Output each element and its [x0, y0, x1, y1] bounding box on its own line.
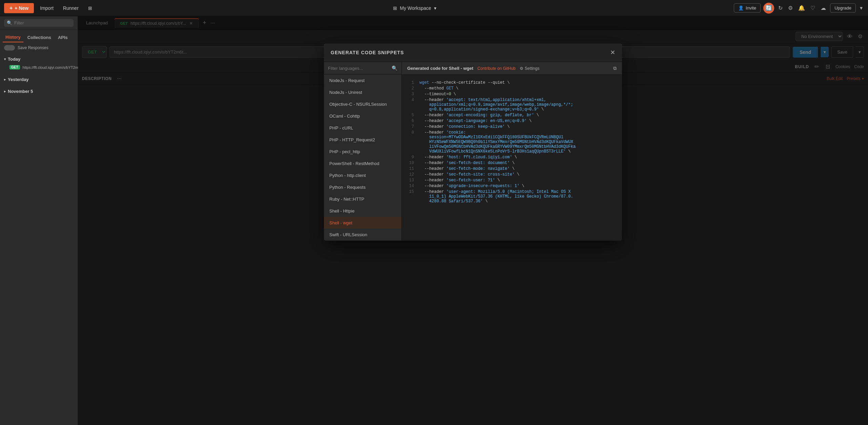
- save-responses-label: Save Responses: [18, 45, 48, 50]
- save-responses-toggle[interactable]: [4, 45, 15, 50]
- line-number: 10: [407, 161, 414, 165]
- list-item[interactable]: OCaml - Cohttp: [324, 110, 401, 122]
- cloud-icon[interactable]: ☁: [819, 3, 827, 13]
- code-line: 6 --header 'accept-language: en-US,en;q=…: [407, 119, 617, 123]
- code-line: 3 --timeout=0 \: [407, 92, 617, 97]
- content-area: Launchpad GET https://fft.cloud.iqiyi.co…: [78, 16, 868, 425]
- contribute-button[interactable]: Contribute on GitHub: [477, 66, 516, 71]
- code-settings-icon: ⚙: [520, 66, 523, 71]
- top-nav: + + New Import Runner ⊞ ⊞ My Workspace ▾…: [0, 0, 868, 16]
- yesterday-label: Yesterday: [8, 77, 28, 82]
- code-line: 12 --header 'sec-fetch-site: cross-site'…: [407, 172, 617, 177]
- invite-button[interactable]: 👤 Invite: [734, 3, 761, 13]
- sidebar-tab-history[interactable]: History: [3, 33, 23, 42]
- line-code: wget --no-check-certificate --quiet \: [419, 80, 510, 85]
- yesterday-chevron-icon: ▸: [4, 78, 6, 81]
- line-code: --header 'sec-fetch-user: ?1' \: [419, 178, 500, 183]
- upgrade-chevron-icon[interactable]: ▾: [859, 3, 864, 13]
- lang-items: NodeJs - Request NodeJs - Unirest Object…: [324, 75, 401, 241]
- code-settings-button[interactable]: ⚙ Settings: [520, 66, 539, 71]
- main-layout: 🔍 History Collections APIs Save Response…: [0, 16, 868, 425]
- nav-right: 👤 Invite 🔄 ↻ ⚙ 🔔 ♡ ☁ Upgrade ▾: [734, 3, 864, 14]
- list-item[interactable]: Swift - URLSession: [324, 229, 401, 241]
- line-number: 3: [407, 92, 414, 97]
- lang-filter-search-icon: 🔍: [392, 65, 397, 71]
- avatar-button[interactable]: 🔄: [763, 3, 774, 14]
- lang-item-shell-wget[interactable]: Shell - wget: [324, 217, 401, 229]
- list-item[interactable]: PHP - cURL: [324, 122, 401, 134]
- nov5-label: November 5: [8, 89, 33, 94]
- sidebar-tab-collections[interactable]: Collections: [25, 33, 54, 42]
- modal-overlay: GENERATE CODE SNIPPETS ✕ 🔍 NodeJs - Requ…: [78, 16, 868, 425]
- line-number: 8: [407, 130, 414, 154]
- settings-icon[interactable]: ⚙: [787, 3, 794, 13]
- bell-icon[interactable]: 🔔: [797, 3, 806, 13]
- code-panel-header: Generated code for Shell - wget Contribu…: [402, 62, 622, 75]
- line-code: --header 'host: fft.cloud.iqiyi.com' \: [419, 155, 517, 160]
- modal-close-button[interactable]: ✕: [610, 49, 615, 56]
- list-item[interactable]: PHP - pecl_http: [324, 146, 401, 158]
- workspace-center: ⊞ My Workspace ▾: [98, 5, 731, 11]
- line-code: --header 'cookie: session=MTYwODAwMzI1OX…: [419, 130, 576, 154]
- sidebar: 🔍 History Collections APIs Save Response…: [0, 16, 78, 425]
- sidebar-filter: 🔍: [0, 16, 78, 30]
- sidebar-tab-apis[interactable]: APIs: [55, 33, 70, 42]
- new-label: + New: [15, 5, 28, 11]
- line-code: --header 'user-agent: Mozilla/5.0 (Macin…: [419, 189, 573, 204]
- plus-icon: +: [9, 5, 13, 11]
- line-number: 6: [407, 119, 414, 123]
- code-line: 7 --header 'connection: keep-alive' \: [407, 124, 617, 129]
- workspace-label: My Workspace: [400, 5, 431, 11]
- avatar-icon: 🔄: [765, 5, 772, 11]
- line-number: 9: [407, 155, 414, 160]
- code-line: 4 --header 'accept: text/html,applicatio…: [407, 98, 617, 112]
- list-item[interactable]: PHP - HTTP_Request2: [324, 134, 401, 146]
- import-button[interactable]: Import: [37, 3, 57, 13]
- list-item[interactable]: GET https://fft.cloud.iqiyi.com/s/bYT2m6…: [4, 63, 74, 72]
- heart-icon[interactable]: ♡: [809, 3, 817, 13]
- code-line: 13 --header 'sec-fetch-user: ?1' \: [407, 178, 617, 183]
- workspace-button[interactable]: ⊞ My Workspace ▾: [393, 5, 436, 11]
- today-section: ▾ Today GET https://fft.cloud.iqiyi.com/…: [0, 53, 78, 74]
- today-section-header[interactable]: ▾ Today: [4, 55, 74, 63]
- code-title: Generated code for Shell - wget: [407, 66, 473, 71]
- new-button[interactable]: + + New: [4, 3, 34, 13]
- list-item[interactable]: PowerShell - RestMethod: [324, 158, 401, 169]
- line-number: 14: [407, 184, 414, 188]
- list-item[interactable]: Python - http.client: [324, 169, 401, 181]
- list-item[interactable]: Shell - Httpie: [324, 205, 401, 217]
- yesterday-section-header[interactable]: ▸ Yesterday: [4, 76, 74, 83]
- list-item[interactable]: Objective-C - NSURLSession: [324, 98, 401, 110]
- sync-icon[interactable]: ↻: [777, 3, 784, 13]
- code-line: 2 --method GET \: [407, 86, 617, 91]
- line-code: --header 'connection: keep-alive' \: [419, 124, 510, 129]
- lang-filter: 🔍: [324, 62, 401, 75]
- code-line: 10 --header 'sec-fetch-dest: document' \: [407, 161, 617, 165]
- list-item[interactable]: Ruby - Net::HTTP: [324, 193, 401, 205]
- filter-input[interactable]: [14, 20, 71, 25]
- line-code: --header 'sec-fetch-mode: navigate' \: [419, 166, 515, 171]
- code-line: 15 --header 'user-agent: Mozilla/5.0 (Ma…: [407, 189, 617, 204]
- copy-button[interactable]: ⧉: [613, 65, 617, 71]
- upgrade-button[interactable]: Upgrade: [830, 3, 856, 13]
- today-chevron-icon: ▾: [4, 57, 6, 61]
- line-code: --header 'sec-fetch-dest: document' \: [419, 161, 515, 165]
- list-item[interactable]: NodeJs - Unirest: [324, 86, 401, 98]
- line-code: --method GET \: [419, 86, 458, 91]
- layout-button[interactable]: ⊞: [85, 3, 96, 13]
- list-item[interactable]: Python - Requests: [324, 181, 401, 193]
- modal-title: GENERATE CODE SNIPPETS: [331, 50, 404, 55]
- line-code: --header 'sec-fetch-site: cross-site' \: [419, 172, 519, 177]
- user-icon: 👤: [738, 5, 744, 11]
- line-number: 5: [407, 113, 414, 118]
- code-line: 11 --header 'sec-fetch-mode: navigate' \: [407, 166, 617, 171]
- nov5-section-header[interactable]: ▸ November 5: [4, 87, 74, 95]
- modal-body: 🔍 NodeJs - Request NodeJs - Unirest Obje…: [324, 62, 622, 241]
- list-item[interactable]: NodeJs - Request: [324, 75, 401, 86]
- runner-button[interactable]: Runner: [60, 3, 82, 13]
- code-line: 9 --header 'host: fft.cloud.iqiyi.com' \: [407, 155, 617, 160]
- workspace-grid-icon: ⊞: [393, 5, 397, 11]
- generate-code-modal: GENERATE CODE SNIPPETS ✕ 🔍 NodeJs - Requ…: [324, 43, 622, 241]
- code-line: 14 --header 'upgrade-insecure-requests: …: [407, 184, 617, 188]
- lang-filter-input[interactable]: [328, 66, 389, 71]
